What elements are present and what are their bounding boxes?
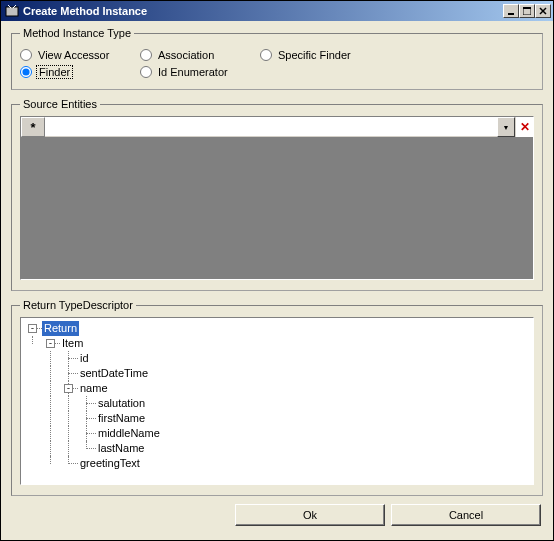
tree-node-lastname[interactable]: lastName xyxy=(24,441,533,456)
return-type-tree[interactable]: - Return - Item id xyxy=(20,317,534,485)
radio-association-label: Association xyxy=(156,49,216,61)
source-entity-cell[interactable] xyxy=(45,117,497,137)
tree-node-return[interactable]: - Return xyxy=(24,321,533,336)
radio-finder-input[interactable] xyxy=(20,66,32,78)
radio-id-enumerator-label: Id Enumerator xyxy=(156,66,230,78)
tree-label-id[interactable]: id xyxy=(78,351,91,366)
expander-item[interactable]: - xyxy=(46,339,55,348)
method-instance-type-legend: Method Instance Type xyxy=(20,27,134,39)
source-entities-legend: Source Entities xyxy=(20,98,100,110)
radio-association[interactable]: Association xyxy=(140,49,260,61)
tree-node-greetingtext[interactable]: greetingText xyxy=(24,456,533,471)
radio-specific-finder-input[interactable] xyxy=(260,49,272,61)
tree-label-item[interactable]: Item xyxy=(60,336,85,351)
window-title: Create Method Instance xyxy=(23,5,503,17)
expander-return[interactable]: - xyxy=(28,324,37,333)
radio-specific-finder-label: Specific Finder xyxy=(276,49,353,61)
return-type-group: Return TypeDescriptor - Return - Item id xyxy=(11,299,543,496)
radio-view-accessor-input[interactable] xyxy=(20,49,32,61)
method-instance-type-group: Method Instance Type View Accessor Assoc… xyxy=(11,27,543,90)
svg-rect-5 xyxy=(523,7,531,9)
tree-node-item[interactable]: - Item xyxy=(24,336,533,351)
source-entity-dropdown[interactable]: ▼ xyxy=(497,117,515,137)
tree-label-name[interactable]: name xyxy=(78,381,110,396)
tree-node-id[interactable]: id xyxy=(24,351,533,366)
tree-label-greetingtext[interactable]: greetingText xyxy=(78,456,142,471)
tree-label-lastname[interactable]: lastName xyxy=(96,441,146,456)
tree-label-sentdatetime[interactable]: sentDateTime xyxy=(78,366,150,381)
titlebar[interactable]: Create Method Instance xyxy=(1,1,553,21)
close-button[interactable] xyxy=(535,4,551,18)
source-entities-group: Source Entities * ▼ ✕ xyxy=(11,98,543,291)
radio-view-accessor-label: View Accessor xyxy=(36,49,111,61)
tree-label-firstname[interactable]: firstName xyxy=(96,411,147,426)
minimize-button[interactable] xyxy=(503,4,519,18)
tree-node-salutation[interactable]: salutation xyxy=(24,396,533,411)
radio-id-enumerator-input[interactable] xyxy=(140,66,152,78)
tree-node-middlename[interactable]: middleName xyxy=(24,426,533,441)
new-row-indicator: * xyxy=(21,117,45,137)
tree-node-name[interactable]: - name xyxy=(24,381,533,396)
ok-button[interactable]: Ok xyxy=(235,504,385,526)
return-type-legend: Return TypeDescriptor xyxy=(20,299,136,311)
radio-finder[interactable]: Finder xyxy=(20,65,140,79)
dialog-footer: Ok Cancel xyxy=(11,504,543,526)
radio-association-input[interactable] xyxy=(140,49,152,61)
radio-specific-finder[interactable]: Specific Finder xyxy=(260,49,380,61)
tree-label-salutation[interactable]: salutation xyxy=(96,396,147,411)
svg-rect-3 xyxy=(508,13,514,15)
tree-node-firstname[interactable]: firstName xyxy=(24,411,533,426)
tree-node-sentdatetime[interactable]: sentDateTime xyxy=(24,366,533,381)
radio-finder-label: Finder xyxy=(36,65,73,79)
expander-name[interactable]: - xyxy=(64,384,73,393)
app-icon xyxy=(5,4,19,18)
tree-label-middlename[interactable]: middleName xyxy=(96,426,162,441)
source-entities-grid[interactable]: * ▼ ✕ xyxy=(20,116,534,280)
radio-view-accessor[interactable]: View Accessor xyxy=(20,49,140,61)
radio-id-enumerator[interactable]: Id Enumerator xyxy=(140,65,260,79)
tree-label-return[interactable]: Return xyxy=(42,321,79,336)
svg-rect-0 xyxy=(6,7,18,16)
cancel-button[interactable]: Cancel xyxy=(391,504,541,526)
maximize-button[interactable] xyxy=(519,4,535,18)
source-entity-delete[interactable]: ✕ xyxy=(515,117,533,137)
